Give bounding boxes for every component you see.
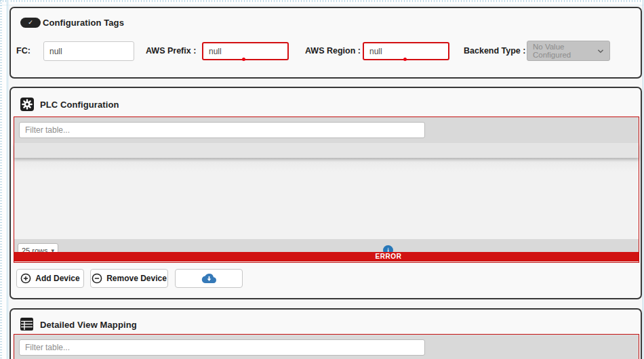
grid-guide-line	[7, 0, 7, 359]
plc-table: 25 rows ▾ i ERROR	[14, 117, 639, 263]
chevron-down-icon	[597, 49, 604, 54]
ruler-top	[0, 0, 644, 5]
fc-label: FC:	[16, 41, 31, 61]
panel-title: Configuration Tags	[43, 18, 124, 28]
plc-configuration-panel: PLC Configuration 25 rows ▾ i ERROR	[9, 87, 642, 299]
designer-canvas: ✓ Configuration Tags FC: AWS Prefix : AW…	[0, 0, 644, 359]
error-banner-label: ERROR	[375, 253, 401, 261]
mapping-table	[14, 334, 639, 359]
mapping-filter-input[interactable]	[19, 339, 425, 356]
plus-circle-icon	[20, 273, 31, 284]
aws-prefix-label: AWS Prefix :	[146, 41, 196, 61]
grid-guide-line	[643, 0, 643, 359]
table-body-empty	[14, 158, 639, 239]
cloud-download-icon	[201, 273, 217, 284]
table-filter-band	[14, 117, 639, 143]
validation-error-dot	[403, 58, 407, 61]
error-banner: ERROR	[14, 252, 639, 261]
panel-title: Detailed View Mapping	[40, 320, 137, 330]
check-glyph: ✓	[28, 20, 33, 26]
aws-region-label: AWS Region :	[305, 41, 361, 61]
aws-prefix-input[interactable]	[202, 42, 289, 60]
upload-cloud-button[interactable]	[175, 269, 243, 288]
backend-type-value: No Value Configured	[533, 43, 597, 59]
add-device-label: Add Device	[35, 274, 79, 283]
remove-device-button[interactable]: Remove Device	[90, 269, 168, 288]
table-list-icon	[20, 318, 33, 331]
toggle-check-icon[interactable]: ✓	[20, 18, 41, 28]
ruler-left	[0, 0, 5, 359]
table-column-header-row	[14, 143, 639, 158]
add-device-button[interactable]: Add Device	[16, 269, 84, 288]
table-pager-band	[14, 239, 639, 252]
configuration-tags-panel: ✓ Configuration Tags FC: AWS Prefix : AW…	[9, 7, 642, 79]
panel-title: PLC Configuration	[40, 100, 119, 110]
remove-device-label: Remove Device	[106, 274, 167, 283]
gear-icon	[20, 98, 34, 111]
backend-type-select[interactable]: No Value Configured	[527, 41, 610, 61]
table-filter-band	[14, 335, 639, 359]
detailed-view-mapping-panel: Detailed View Mapping	[9, 308, 642, 359]
grid-guide-line	[8, 0, 9, 359]
backend-type-label: Backend Type :	[464, 41, 525, 61]
validation-error-dot	[242, 58, 245, 61]
plc-filter-input[interactable]	[19, 122, 425, 138]
fc-input[interactable]	[43, 41, 134, 61]
minus-circle-icon	[92, 273, 102, 284]
